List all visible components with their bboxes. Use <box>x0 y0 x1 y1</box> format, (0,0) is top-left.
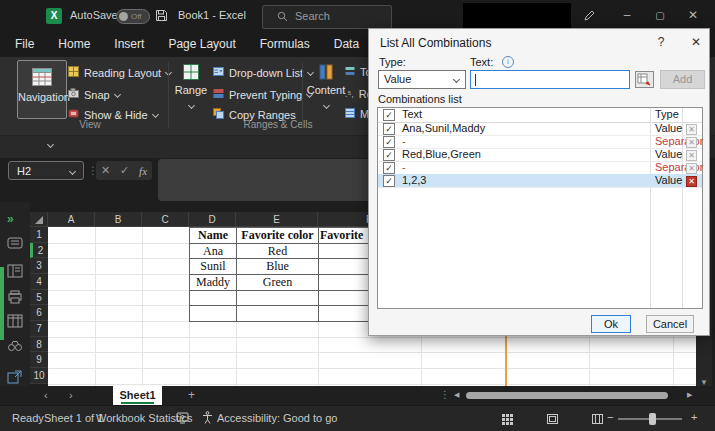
drop-down-list-button[interactable]: Drop-down List <box>213 66 313 79</box>
column-header-b[interactable]: B <box>95 212 142 227</box>
row-checkbox[interactable]: ✓ <box>383 175 395 187</box>
list-row-2[interactable]: ✓ - Separator ✕ <box>378 135 702 149</box>
cell-e1[interactable]: Favorite color <box>237 228 318 243</box>
add-button[interactable]: Add <box>660 70 705 89</box>
round-button-partial[interactable]: .⁵, Ro <box>345 88 368 100</box>
reading-layout-button[interactable]: Reading Layout <box>68 66 171 79</box>
row-checkbox[interactable]: ✓ <box>383 123 395 135</box>
column-header-c[interactable]: C <box>142 212 189 227</box>
cell-d3[interactable]: Sunil <box>190 259 236 274</box>
row-checkbox[interactable]: ✓ <box>383 136 395 148</box>
cell-d4[interactable]: Maddy <box>190 275 236 290</box>
autosave-toggle[interactable]: Off <box>116 9 150 24</box>
row-header-4[interactable]: 4 <box>30 274 48 290</box>
column-header-e[interactable]: E <box>236 212 318 227</box>
range-picker-button[interactable] <box>635 71 654 88</box>
page-layout-view-icon[interactable] <box>546 413 559 427</box>
prevent-typing-button[interactable]: Prevent Typing <box>213 88 312 101</box>
tab-data[interactable]: Data <box>322 32 371 57</box>
screen-reader-icon[interactable] <box>176 412 189 426</box>
select-all-corner[interactable] <box>30 212 48 227</box>
cell-f1[interactable]: Favorite <box>320 228 368 243</box>
snap-button[interactable]: Snap <box>68 88 120 101</box>
row-header-3[interactable]: 3 <box>30 258 48 274</box>
type-dropdown[interactable]: Value <box>378 70 466 89</box>
search-box[interactable]: Search <box>262 5 392 29</box>
list-row-5-selected[interactable]: ✓ 1,2,3 Value ✕ <box>378 174 702 188</box>
row-checkbox[interactable]: ✓ <box>383 162 395 174</box>
delete-row-icon[interactable]: ✕ <box>686 124 697 135</box>
row-header-10[interactable]: 10 <box>30 368 48 384</box>
navigation-button[interactable]: Navigation <box>17 60 67 119</box>
range-button[interactable]: Range <box>172 62 210 108</box>
row-header-5[interactable]: 5 <box>30 290 48 305</box>
row-header-9[interactable]: 9 <box>30 352 48 368</box>
row-header-6[interactable]: 6 <box>30 305 48 321</box>
row-header-8[interactable]: 8 <box>30 337 48 352</box>
list-row-3[interactable]: ✓ Red,Blue,Green Value ✕ <box>378 148 702 162</box>
delete-row-icon[interactable]: ✕ <box>686 150 697 161</box>
cell-d1[interactable]: Name <box>190 228 236 243</box>
content-button[interactable]: Content <box>306 62 346 108</box>
insert-function-icon[interactable]: fx <box>139 165 147 177</box>
enter-entry-icon[interactable]: ✓ <box>120 164 129 177</box>
sheet-tab-sheet1[interactable]: Sheet1 <box>113 386 162 405</box>
cancel-button[interactable]: Cancel <box>646 315 694 333</box>
save-icon[interactable] <box>155 9 168 24</box>
cell-e4[interactable]: Green <box>237 275 318 290</box>
name-box[interactable]: H2 <box>8 161 84 180</box>
close-button[interactable]: ✕ <box>678 0 708 31</box>
prev-sheet-arrow[interactable]: ‹ <box>44 389 48 401</box>
delete-row-icon[interactable]: ✕ <box>686 176 697 187</box>
worksheets-icon[interactable] <box>7 236 23 252</box>
add-sheet-button[interactable]: + <box>188 388 195 402</box>
column-header-a[interactable]: A <box>48 212 95 227</box>
row-header-2[interactable]: 2 <box>30 243 48 258</box>
binoculars-search-icon[interactable] <box>7 338 23 354</box>
merge-button-partial[interactable]: M <box>345 108 368 120</box>
dialog-close-button[interactable]: ✕ <box>687 34 705 50</box>
select-all-checkbox[interactable]: ✓ <box>383 109 395 121</box>
dialog-help-button[interactable]: ? <box>652 34 670 50</box>
normal-view-icon[interactable] <box>501 413 514 427</box>
ok-button[interactable]: Ok <box>591 315 631 333</box>
tab-page-layout[interactable]: Page Layout <box>156 32 247 57</box>
collapse-ribbon-icon[interactable] <box>47 141 54 148</box>
tab-insert[interactable]: Insert <box>102 32 156 57</box>
next-sheet-arrow[interactable]: › <box>69 389 73 401</box>
zoom-slider-handle[interactable] <box>649 413 656 425</box>
printer-icon[interactable] <box>7 290 23 306</box>
page-break-view-icon[interactable] <box>591 413 604 427</box>
external-link-icon[interactable] <box>7 370 23 386</box>
combinations-list[interactable]: ✓ Text Type ✓ Ana,Sunil,Maddy Value ✕ ✓ … <box>377 107 703 309</box>
list-row-4[interactable]: ✓ - Separator ✕ <box>378 161 702 175</box>
column-header-d[interactable]: D <box>189 212 236 227</box>
list-row-1[interactable]: ✓ Ana,Sunil,Maddy Value ✕ <box>378 122 702 136</box>
cell-e3[interactable]: Blue <box>237 259 318 274</box>
minimize-button[interactable]: – <box>612 0 642 31</box>
ink-pen-icon[interactable] <box>583 9 596 24</box>
horizontal-scrollbar-thumb[interactable] <box>466 392 668 399</box>
expand-pane-icon[interactable]: » <box>7 212 14 226</box>
scroll-right-arrow[interactable]: ▶ <box>687 391 692 399</box>
accessibility-status[interactable]: Accessibility: Good to go <box>217 412 337 424</box>
pane-icon[interactable] <box>7 264 23 280</box>
cell-d2[interactable]: Ana <box>190 244 236 259</box>
text-input[interactable] <box>470 70 630 89</box>
tab-formulas[interactable]: Formulas <box>248 32 322 57</box>
tab-home[interactable]: Home <box>46 32 102 57</box>
delete-row-icon[interactable]: ✕ <box>686 137 697 148</box>
tab-file[interactable]: File <box>15 32 46 57</box>
scrollbar-splitter[interactable]: ⋮ <box>440 389 450 400</box>
cell-e2[interactable]: Red <box>237 244 318 259</box>
row-header-7[interactable]: 7 <box>30 321 48 337</box>
zoom-out-button[interactable]: − <box>607 411 613 423</box>
column-list-icon[interactable] <box>7 314 23 330</box>
maximize-button[interactable]: ▢ <box>645 0 675 31</box>
cancel-entry-icon[interactable]: ✕ <box>101 164 110 177</box>
scroll-left-arrow[interactable]: ◀ <box>454 391 459 399</box>
delete-row-icon[interactable]: ✕ <box>686 163 697 174</box>
row-checkbox[interactable]: ✓ <box>383 149 395 161</box>
zoom-in-button[interactable]: + <box>691 411 697 423</box>
row-header-1[interactable]: 1 <box>30 227 48 243</box>
